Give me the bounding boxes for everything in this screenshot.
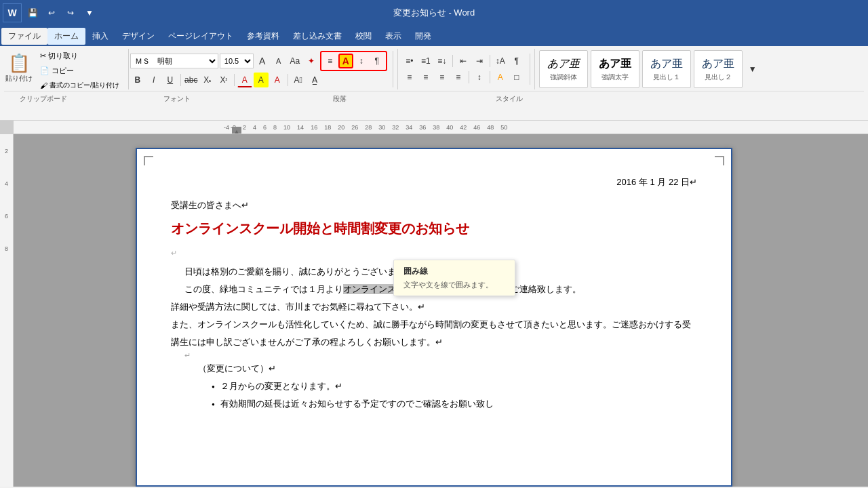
toolbar: 📋 貼り付け ✂ 切り取り 📄 コピー 🖌 書式のコピー/貼り付け xyxy=(0,46,868,121)
ruler-18: 18 xyxy=(324,124,331,131)
menu-page-layout[interactable]: ページレイアウト xyxy=(161,28,240,45)
ruler-corner xyxy=(0,121,14,134)
sort-button[interactable]: ↕ xyxy=(354,54,369,68)
style-heading2[interactable]: あア亜 見出し２ xyxy=(694,50,743,88)
menu-home[interactable]: ホーム xyxy=(47,28,85,45)
tooltip-title: 囲み線 xyxy=(403,266,505,277)
superscript-button[interactable]: X² xyxy=(216,73,231,87)
numbering-button[interactable]: ≡1 xyxy=(418,54,433,68)
clipboard-group: 📋 貼り付け ✂ 切り取り 📄 コピー 🖌 書式のコピー/貼り付け xyxy=(4,49,129,89)
menu-file[interactable]: ファイル xyxy=(1,28,47,45)
ruler-30: 30 xyxy=(378,124,385,131)
show-formatting-button[interactable]: ¶ xyxy=(509,54,524,68)
menu-mailings[interactable]: 差し込み文書 xyxy=(286,28,349,45)
align-center-button[interactable]: ≡ xyxy=(418,70,433,85)
font-row1: ＭＳ 明朝 10.5 A A Aa ✦ ≡ A ↕ ¶ xyxy=(130,51,387,71)
ruler-8: 8 xyxy=(273,124,277,131)
line-spacing-button[interactable]: ↕ xyxy=(472,70,487,85)
body-para3: 詳細や受講方法に関しては、市川までお気軽に尋ねて下さい。↵ xyxy=(171,298,697,316)
ruler-neg4: -4 xyxy=(224,124,229,131)
body-para4: また、オンラインスクールも活性化していくため、誠に勝手ながら時間割の変更もさせて… xyxy=(171,316,697,351)
font-size-select[interactable]: 10.5 xyxy=(220,54,254,68)
title-bar: W 💾 ↩ ↪ ▼ 変更お知らせ - Word xyxy=(0,0,868,26)
tooltip-description: 文字や文を線で囲みます。 xyxy=(403,280,505,290)
styles-label: スタイル xyxy=(408,94,611,104)
styles-expand-button[interactable]: ▼ xyxy=(745,62,760,77)
list-style-button[interactable]: ≡ xyxy=(323,54,338,68)
redo-button[interactable]: ↪ xyxy=(62,5,79,21)
document-page[interactable]: 2016 年 1 月 22 日↵ 受講生の皆さまへ↵ オンラインスクール開始と時… xyxy=(136,148,732,487)
styles-group: あア亜 強調斜体 あア亜 強調太字 あア亜 見出し１ あア亜 見出し２ ▼ xyxy=(539,50,760,88)
sort-para-button[interactable]: ↕A xyxy=(493,54,508,68)
undo-button[interactable]: ↩ xyxy=(43,5,60,21)
text-color-button[interactable]: A xyxy=(237,73,252,87)
justify-button[interactable]: ≡ xyxy=(451,70,466,85)
vertical-ruler: 2 4 6 8 xyxy=(0,134,14,487)
separator-v2 xyxy=(534,49,535,89)
ruler-6: 6 xyxy=(263,124,267,131)
save-button[interactable]: 💾 xyxy=(24,5,41,21)
tooltip-popup: 囲み線 文字や文を線で囲みます。 xyxy=(393,260,515,296)
vruler-2: 2 xyxy=(0,148,13,180)
paste-button[interactable]: 📋 貼り付け xyxy=(4,49,34,87)
font-group: ＭＳ 明朝 10.5 A A Aa ✦ ≡ A ↕ ¶ B I xyxy=(130,51,393,87)
menu-review[interactable]: 校閲 xyxy=(349,28,378,45)
menu-insert[interactable]: 挿入 xyxy=(85,28,115,45)
recipient-line: 受講生の皆さまへ↵ xyxy=(171,199,697,211)
multilevel-list-button[interactable]: ≡↓ xyxy=(435,54,450,68)
underline-button[interactable]: U xyxy=(163,73,178,87)
format-painter-button[interactable]: 🖌 書式のコピー/貼り付け xyxy=(37,79,123,92)
corner-tl xyxy=(144,156,153,165)
ruler-36: 36 xyxy=(419,124,426,131)
document-area: 2 4 6 8 2016 年 1 月 22 日↵ 受講生の皆さまへ↵ オンライン… xyxy=(0,134,868,487)
cut-button[interactable]: ✂ 切り取り xyxy=(37,49,123,63)
customize-qat-button[interactable]: ▼ xyxy=(81,5,98,21)
font-shrink-button[interactable]: A xyxy=(271,54,286,68)
font-name-select[interactable]: ＭＳ 明朝 xyxy=(130,54,218,68)
font-color-button[interactable]: A xyxy=(270,73,285,87)
style-heading1[interactable]: あア亜 見出し１ xyxy=(642,50,691,88)
style-emphasis-italic[interactable]: あア亜 強調斜体 xyxy=(539,50,588,88)
format-painter-icon: 🖌 xyxy=(40,81,47,89)
clipboard-small-buttons: ✂ 切り取り 📄 コピー 🖌 書式のコピー/貼り付け xyxy=(37,49,123,92)
menu-references[interactable]: 参考資料 xyxy=(240,28,286,45)
align-right-button[interactable]: ≡ xyxy=(435,70,450,85)
font-label: フォント xyxy=(82,94,272,104)
ruler-32: 32 xyxy=(392,124,399,131)
document-title: オンラインスクール開始と時間割変更のお知らせ xyxy=(171,220,697,241)
copy-button[interactable]: 📄 コピー xyxy=(37,64,123,78)
style-emphasis-bold[interactable]: あア亜 強調太字 xyxy=(591,50,639,88)
shading-button[interactable]: A xyxy=(493,70,508,85)
align-left-button[interactable]: ≡ xyxy=(402,70,417,85)
strikethrough-button[interactable]: abc xyxy=(184,73,199,87)
border-a-button[interactable]: A⃞ xyxy=(291,73,306,87)
text-highlight-group: ≡ A ↕ ¶ xyxy=(320,51,387,71)
border-button[interactable]: □ xyxy=(509,70,524,85)
bullet-item-2: ● 有効期間の延長は近々お知らせする予定ですのでご確認をお願い致し xyxy=(212,395,697,413)
menu-design[interactable]: デザイン xyxy=(115,28,161,45)
border-around-button[interactable]: A xyxy=(338,54,353,68)
paragraph-group: ≡• ≡1 ≡↓ ⇤ ⇥ ↕A ¶ ≡ ≡ ≡ ≡ ↕ A □ xyxy=(402,54,530,85)
phonetic-guide-button[interactable]: A̲ xyxy=(307,73,322,87)
increase-indent-button[interactable]: ⇥ xyxy=(472,54,487,68)
word-icon: W xyxy=(3,3,22,22)
corner-tr xyxy=(715,156,724,165)
para-mark-after-title: ↵ xyxy=(171,249,697,258)
menu-developer[interactable]: 開発 xyxy=(408,28,438,45)
show-hide-button[interactable]: ¶ xyxy=(370,54,384,68)
separator6 xyxy=(469,71,469,83)
paste-icon: 📋 xyxy=(8,53,30,74)
change-case-button[interactable]: Aa xyxy=(288,54,302,68)
italic-button[interactable]: I xyxy=(146,73,161,87)
window-title: 変更お知らせ - Word xyxy=(393,7,475,19)
text-highlight-color-button[interactable]: A xyxy=(254,73,269,87)
style-preview-3: あア亜 xyxy=(650,57,683,71)
subscript-button[interactable]: X₂ xyxy=(200,73,215,87)
bold-button[interactable]: B xyxy=(130,73,145,87)
bullets-button[interactable]: ≡• xyxy=(402,54,417,68)
clear-format-button[interactable]: ✦ xyxy=(304,54,319,68)
bullet-dot-2: ● xyxy=(212,399,215,413)
decrease-indent-button[interactable]: ⇤ xyxy=(456,54,471,68)
font-grow-button[interactable]: A xyxy=(255,54,270,68)
menu-view[interactable]: 表示 xyxy=(378,28,408,45)
